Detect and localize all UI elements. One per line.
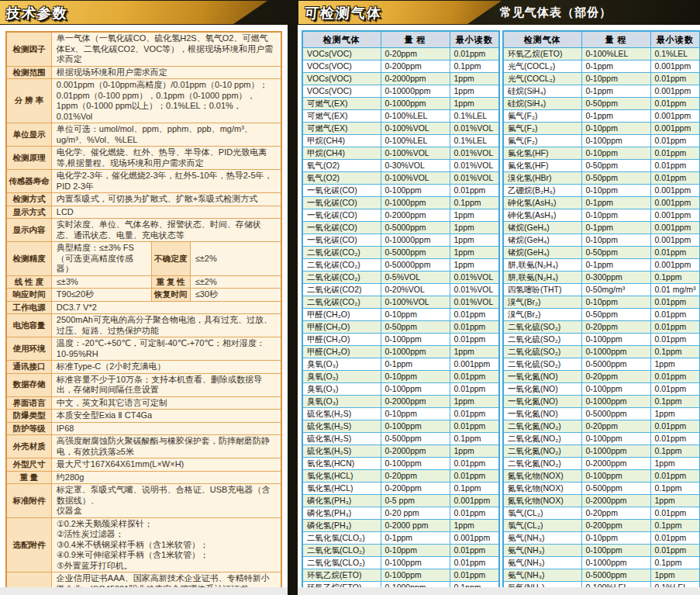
gas-row: 甲醛(CH₂O)0-10ppm0.01ppm <box>302 309 499 321</box>
gas-min-reading: 0.001ppm <box>650 222 700 234</box>
gas-range: 0-1ppm <box>381 358 450 371</box>
gas-row: 氨气(NH₃)0-5000ppm1ppm <box>503 569 700 582</box>
column-header-range: 量 程 <box>381 31 450 48</box>
gas-name: 硫化氢(H₂S) <box>302 408 381 420</box>
gas-name: 一氧化碳(CO) <box>302 222 381 234</box>
gas-min-reading: 0.01ppm <box>650 296 700 309</box>
gas-name: 甲醛(CH₂O) <box>302 334 381 346</box>
gas-range: 0-10000ppm <box>381 85 450 98</box>
spec-row: 选配附件①0.2米天鹅颈采样探针； ②活性炭过滤器； ③0.4米不锈钢采样手柄（… <box>6 517 281 573</box>
right-section-title: 可检测气体 <box>304 4 384 22</box>
gas-min-reading: 0.1ppm <box>450 197 499 209</box>
gas-min-reading: 0.01ppm <box>450 408 499 420</box>
gas-row: 氮氧化物(NOX)0-100ppm0.01ppm <box>503 470 700 483</box>
gas-name: 氨气(NH₃) <box>503 532 581 545</box>
gas-row: 环氧乙烷(ETO)0-100ppm0.01ppm <box>302 569 499 582</box>
gas-name: 硅烷(SiH₄) <box>503 98 581 110</box>
gas-name: 氟化氢(HF) <box>503 147 581 160</box>
gas-min-reading: 0.001ppm <box>650 110 700 123</box>
gas-row: 硫化氢(H₂S)0-100ppm0.01ppm <box>302 420 499 433</box>
spec-param-value: ≤±2% <box>190 242 281 276</box>
gas-range: 0-30%VOL <box>381 160 450 172</box>
gas-range: 0-2000ppm <box>381 73 450 85</box>
gas-name: 氰化氢(HCN) <box>302 458 381 470</box>
spec-row: 界面语言中文，英文和其它语言可定制 <box>6 396 281 410</box>
gas-row: 光气(COCL₂)0-1ppm0.001ppm <box>503 61 700 73</box>
gas-name: 四氢噻吩(THT) <box>503 284 581 296</box>
gas-name: 氯化氢(HCL) <box>302 483 381 495</box>
gas-name: 二氧化氮(NO₂) <box>503 420 581 433</box>
gas-name: 锗烷(GeH₄) <box>503 234 581 247</box>
gas-name: 可燃气(EX) <box>302 98 381 110</box>
gas-min-reading: 0.1ppm <box>650 557 700 569</box>
gas-row: 磷化氢(PH₃)0-20 ppm0.01ppm <box>302 507 499 520</box>
gas-row: 臭氧(O₃)0-10ppm0.01ppm <box>302 371 499 383</box>
gas-name: 二氧化氮(NO₂) <box>503 458 581 470</box>
gas-row: 甲烷(CH4)0-100%LEL0.1%LEL <box>302 135 499 147</box>
gas-min-reading: 1ppm <box>450 396 499 408</box>
left-bottom-strip <box>0 587 288 595</box>
gas-range: 0-100%VOL <box>381 147 450 160</box>
gas-min-reading: 0.01%VOL <box>450 160 499 172</box>
gas-name: 一氧化氮(NO) <box>503 371 581 383</box>
gas-name: 硫化氢(H₂S) <box>302 445 381 458</box>
gas-range: 0-100ppm <box>381 334 450 346</box>
gas-name: 一氧化碳(CO) <box>302 234 381 247</box>
spec-param-name: 显示方式 <box>6 206 51 219</box>
gas-range: 0-2000ppm <box>581 458 650 470</box>
gas-range: 0-10ppm <box>381 545 450 557</box>
gas-min-reading: 0.01ppm <box>650 383 700 396</box>
gas-row: 环氧乙烷(ETO)0-100%LEL0.1%LEL <box>503 48 700 61</box>
gas-row: 氮氧化物(NOX)0-500ppm0.1ppm <box>503 483 700 495</box>
gas-row: 二氧化碳(CO₂)0-5000ppm1ppm <box>302 247 499 259</box>
gas-row: 可燃气(EX)0-1000ppm1ppm <box>302 98 499 110</box>
gas-row: VOCs(VOC)0-200ppm0.1ppm <box>302 61 499 73</box>
gas-name: 硫化氢(H₂S) <box>302 420 381 433</box>
spec-row: 检测方式内置泵吸式，可切换为扩散式、扩散+泵吸式检测方式 <box>6 193 281 206</box>
gas-row: 氧气(O2)0-100%VOL0.01%VOL <box>302 172 499 185</box>
gas-min-reading: 0.1ppm <box>650 520 700 532</box>
gas-range: 0-1000ppm <box>581 557 650 569</box>
gas-min-reading: 0.01ppm <box>650 321 700 334</box>
gas-range: 0-100ppm <box>581 334 650 346</box>
spec-param-value: 电化学、催化燃烧、红外、热导、半导体、PID光致电离等,根据量程、现场环境和用户… <box>51 147 281 170</box>
spec-param-name: 电池容量 <box>6 314 51 337</box>
gas-row: 氨气(NH₃)0-10ppm0.01ppm <box>503 532 700 545</box>
spec-param-value: ≤±3% <box>51 275 151 289</box>
gas-range: 0-5000ppm <box>581 408 650 420</box>
gas-range: 0-1ppm <box>581 222 650 234</box>
gas-row: 四氢噻吩(THT)0-50mg/m³0.01 mg/m³ <box>503 284 700 296</box>
column-header-gas: 检测气体 <box>302 31 381 48</box>
gas-row: 氟气(F₂)0-1ppm0.001ppm <box>503 110 700 123</box>
gas-name: 二氧化硫(SO₂) <box>503 346 581 358</box>
gas-name: 可燃气(EX) <box>302 123 381 135</box>
spec-row: 检测精度典型精度：≤±3% FS （可选更高精度传感器）不确定度≤±2% <box>6 242 281 276</box>
gas-name: 二氧化碳(CO₂) <box>302 247 381 259</box>
gas-row: 臭氧(O₃)0-1ppm0.001ppm <box>302 358 499 371</box>
gas-name: 环氧乙烷(ETO) <box>302 569 381 582</box>
spec-param-value: 实时浓度、单位、气体名称、报警状态、时间、存储状态、通讯状态、电量、充电状态等 <box>51 219 281 242</box>
gas-name: VOCs(VOC) <box>302 48 381 61</box>
gas-name: 氮氧化物(NOX) <box>503 495 581 507</box>
gas-range: 0-10ppm <box>581 234 650 247</box>
gas-name: 一氧化氮(NO) <box>503 383 581 396</box>
gas-row: 二氧化硫(SO₂)0-20ppm0.01ppm <box>503 321 700 334</box>
left-section-title: 技术参数 <box>5 4 70 22</box>
gas-range: 0-100%VOL <box>381 172 450 185</box>
gas-min-reading: 0.01ppm <box>650 172 700 185</box>
spec-param-name: 检测范围 <box>6 66 51 79</box>
gas-name: 氧气(O2) <box>302 172 381 185</box>
gas-min-reading: 1ppm <box>450 209 499 222</box>
gas-row: 可燃气(EX)0-100%LEL0.1%LEL <box>302 110 499 123</box>
gas-row: 二氧化碳(CO₂)0-100%VOL0.01%VOL <box>302 296 499 309</box>
gas-row: 二氧化氮(NO₂)0-20ppm0.01ppm <box>503 420 700 433</box>
gas-min-reading: 0.01ppm <box>450 321 499 334</box>
gas-range: 0-1000ppm <box>581 396 650 408</box>
gas-range: 0-1000ppm <box>381 98 450 110</box>
spec-table: 检测因子单一气体（一氧化碳CO、硫化氢H2S、氧气O2、可燃气体Ex、二氧化碳C… <box>5 31 282 595</box>
gas-min-reading: 0.001ppm <box>650 209 700 222</box>
gas-row: VOCs(VOC)0-20ppm0.01ppm <box>302 48 499 61</box>
gas-range: 0-2000ppm <box>381 396 450 408</box>
gas-range: 0-5000ppm <box>381 222 450 234</box>
gas-row: 氧气(O2)0-30%VOL0.01%VOL <box>302 160 499 172</box>
